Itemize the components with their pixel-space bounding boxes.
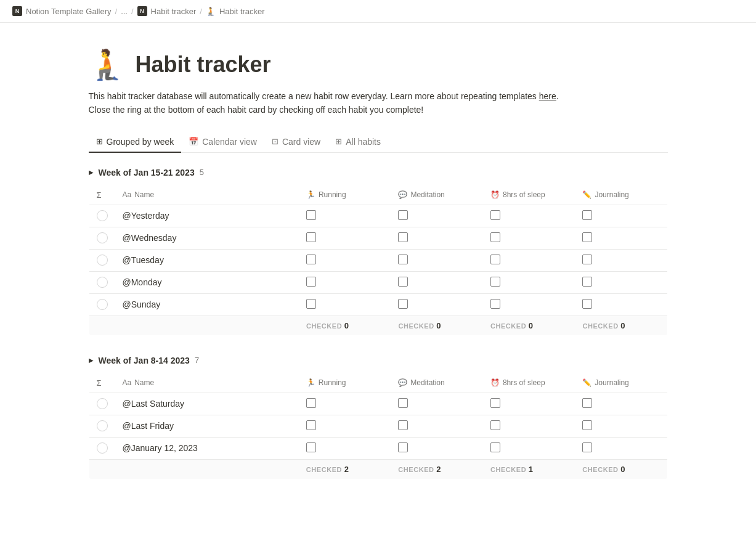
- summary-name-0: [115, 316, 299, 335]
- journaling-checkbox-0-4[interactable]: [582, 299, 592, 309]
- row-name-text-0-3: @Monday: [123, 277, 162, 287]
- row-sigma-1-0: [89, 393, 115, 415]
- journaling-checkbox-0-0[interactable]: [582, 210, 592, 220]
- row-name-1-1[interactable]: @Last Friday: [115, 415, 299, 437]
- col-header-row-1: ΣAaName🏃Running💬Meditation⏰8hrs of sleep…: [89, 373, 667, 393]
- breadcrumb-item-1[interactable]: Notion Template Gallery: [26, 7, 112, 16]
- breadcrumb-ellipsis[interactable]: ...: [121, 7, 128, 16]
- running-checkbox-0-2[interactable]: [306, 255, 316, 264]
- row-circle-0-3[interactable]: [97, 277, 108, 288]
- running-checkbox-0-4[interactable]: [306, 299, 316, 309]
- summary-meditation-0: CHECKED 0: [391, 316, 483, 335]
- row-name-text-0-1: @Wednesday: [123, 233, 177, 243]
- row-circle-0-1[interactable]: [97, 232, 108, 243]
- sleep-checkbox-0-4[interactable]: [490, 299, 500, 309]
- breadcrumb-item-2[interactable]: Habit tracker: [151, 7, 197, 16]
- row-name-0-3[interactable]: @Monday: [115, 271, 299, 293]
- page-header: 🧎 Habit tracker: [89, 47, 668, 82]
- page-description: This habit tracker database will automat…: [89, 89, 668, 117]
- group-header-0[interactable]: ▶ Week of Jan 15-21 2023 5: [89, 168, 668, 177]
- row-journaling-1-1: [575, 415, 667, 437]
- row-circle-0-0[interactable]: [97, 210, 108, 221]
- row-sigma-0-3: [89, 271, 115, 293]
- name-col-label-0: Name: [134, 190, 154, 199]
- sleep-checkbox-0-3[interactable]: [490, 277, 500, 287]
- sleep-checkbox-1-0[interactable]: [490, 398, 500, 408]
- meditation-col-label-0: Meditation: [410, 190, 444, 199]
- row-circle-0-4[interactable]: [97, 299, 108, 310]
- running-checkbox-1-0[interactable]: [306, 398, 316, 408]
- tab-icon-grouped: ⊞: [96, 137, 103, 146]
- sleep-checkbox-0-2[interactable]: [490, 255, 500, 264]
- summary-sleep-0: CHECKED 0: [483, 316, 575, 335]
- row-sleep-0-1: [483, 227, 575, 249]
- breadcrumb-item-3[interactable]: Habit tracker: [219, 7, 265, 16]
- summary-running-val-1: 2: [344, 465, 349, 474]
- breadcrumb: N Notion Template Gallery / ... / N Habi…: [0, 0, 756, 23]
- row-circle-1-0[interactable]: [97, 398, 108, 409]
- meditation-checkbox-0-3[interactable]: [398, 277, 408, 287]
- journaling-checkbox-1-0[interactable]: [582, 398, 592, 408]
- tab-calendar-view[interactable]: 📅 Calendar view: [181, 132, 264, 153]
- row-sleep-0-3: [483, 271, 575, 293]
- meditation-checkbox-1-0[interactable]: [398, 398, 408, 408]
- summary-journaling-label-0: CHECKED: [582, 322, 620, 330]
- running-checkbox-1-1[interactable]: [306, 420, 316, 430]
- row-name-0-1[interactable]: @Wednesday: [115, 227, 299, 249]
- sleep-checkbox-1-2[interactable]: [490, 442, 500, 452]
- col-header-journaling-1: ✏️Journaling: [575, 373, 667, 393]
- meditation-checkbox-1-2[interactable]: [398, 442, 408, 452]
- row-name-0-2[interactable]: @Tuesday: [115, 249, 299, 271]
- page-title: Habit tracker: [136, 52, 271, 78]
- sleep-checkbox-0-1[interactable]: [490, 232, 500, 242]
- breadcrumb-sep-3: /: [200, 7, 202, 16]
- row-circle-1-1[interactable]: [97, 420, 108, 431]
- row-journaling-0-4: [575, 293, 667, 316]
- summary-row-1: CHECKED 2CHECKED 2CHECKED 1CHECKED 0: [89, 459, 667, 479]
- desc-part2: .: [556, 91, 559, 101]
- meditation-checkbox-0-2[interactable]: [398, 255, 408, 264]
- tab-card-view[interactable]: ⊡ Card view: [264, 132, 328, 153]
- row-sleep-0-4: [483, 293, 575, 316]
- meditation-checkbox-0-0[interactable]: [398, 210, 408, 220]
- summary-journaling-0: CHECKED 0: [575, 316, 667, 335]
- meditation-checkbox-0-1[interactable]: [398, 232, 408, 242]
- row-meditation-0-3: [391, 271, 483, 293]
- sleep-checkbox-0-0[interactable]: [490, 210, 500, 220]
- row-name-1-0[interactable]: @Last Saturday: [115, 393, 299, 415]
- row-sleep-1-0: [483, 393, 575, 415]
- running-checkbox-0-3[interactable]: [306, 277, 316, 287]
- meditation-checkbox-1-1[interactable]: [398, 420, 408, 430]
- name-col-label-1: Name: [134, 378, 154, 387]
- sleep-checkbox-1-1[interactable]: [490, 420, 500, 430]
- row-name-1-2[interactable]: @January 12, 2023: [115, 437, 299, 459]
- row-circle-0-2[interactable]: [97, 255, 108, 266]
- tab-all-habits[interactable]: ⊞ All habits: [328, 132, 388, 153]
- journaling-checkbox-0-2[interactable]: [582, 255, 592, 264]
- journaling-col-label-1: Journaling: [595, 378, 628, 387]
- tab-grouped-by-week[interactable]: ⊞ Grouped by week: [89, 132, 182, 153]
- col-header-sleep-1: ⏰8hrs of sleep: [483, 373, 575, 393]
- row-name-0-0[interactable]: @Yesterday: [115, 205, 299, 227]
- row-name-0-4[interactable]: @Sunday: [115, 293, 299, 316]
- journaling-checkbox-1-1[interactable]: [582, 420, 592, 430]
- tab-label-calendar: Calendar view: [202, 137, 257, 147]
- desc-link[interactable]: here: [539, 91, 556, 101]
- journaling-checkbox-0-3[interactable]: [582, 277, 592, 287]
- running-checkbox-0-1[interactable]: [306, 232, 316, 242]
- summary-meditation-val-0: 0: [436, 321, 441, 330]
- tab-icon-all: ⊞: [335, 137, 342, 146]
- running-checkbox-1-2[interactable]: [306, 442, 316, 452]
- running-checkbox-0-0[interactable]: [306, 210, 316, 220]
- group-count-1: 7: [195, 356, 199, 365]
- journaling-checkbox-1-2[interactable]: [582, 442, 592, 452]
- row-name-text-1-2: @January 12, 2023: [123, 443, 198, 453]
- summary-meditation-val-1: 2: [436, 465, 441, 474]
- journaling-checkbox-0-1[interactable]: [582, 232, 592, 242]
- meditation-checkbox-0-4[interactable]: [398, 299, 408, 309]
- groups-container: ▶ Week of Jan 15-21 2023 5 ΣAaName🏃Runni…: [89, 168, 668, 479]
- row-circle-1-2[interactable]: [97, 442, 108, 454]
- group-header-1[interactable]: ▶ Week of Jan 8-14 2023 7: [89, 356, 668, 365]
- summary-row-0: CHECKED 0CHECKED 0CHECKED 0CHECKED 0: [89, 316, 667, 335]
- notion-icon-2: N: [137, 6, 147, 16]
